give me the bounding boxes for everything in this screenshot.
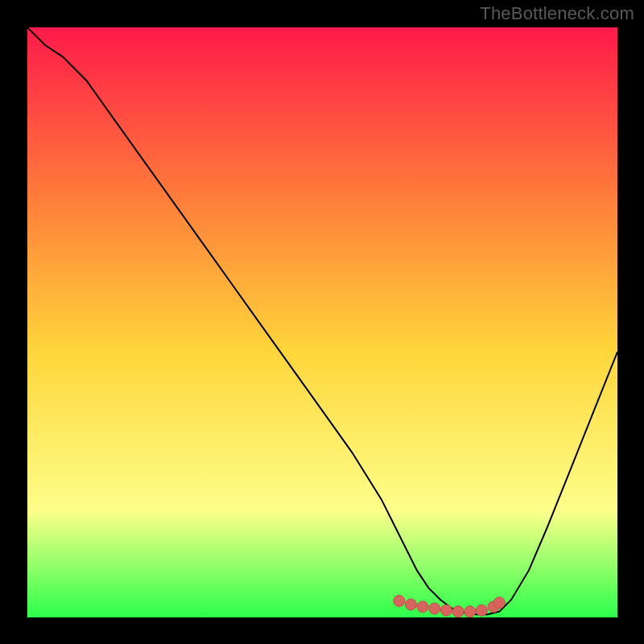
gradient-background <box>27 27 617 617</box>
optimal-marker <box>452 606 464 617</box>
optimal-marker <box>493 597 505 609</box>
plot-area <box>27 27 617 617</box>
optimal-marker <box>429 603 440 614</box>
watermark-text: TheBottleneck.com <box>480 3 634 24</box>
optimal-marker <box>476 605 487 616</box>
optimal-marker <box>417 601 428 613</box>
optimal-marker <box>394 596 405 607</box>
chart-frame: TheBottleneck.com <box>0 0 644 644</box>
optimal-marker <box>464 606 476 617</box>
bottleneck-chart <box>27 27 617 617</box>
optimal-marker <box>440 605 452 616</box>
optimal-marker <box>405 599 416 610</box>
